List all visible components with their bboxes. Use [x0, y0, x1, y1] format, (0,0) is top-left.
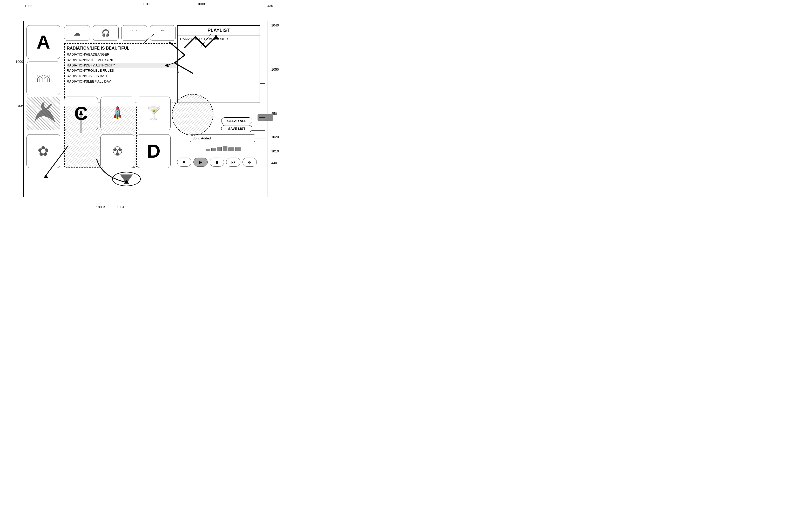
cell-headphones[interactable]: 🎧: [93, 25, 119, 41]
indicator-box: [257, 114, 273, 121]
nuclear-icon: ☢: [112, 144, 123, 158]
song-item-2[interactable]: RADIATION/HATE EVERYONE: [67, 57, 176, 63]
cell-a-label: A: [37, 32, 50, 53]
song-item-1[interactable]: RADIATION/HEADBANGER: [67, 52, 176, 57]
cell-a[interactable]: A: [26, 25, 60, 59]
prog-bar-1: [206, 149, 210, 151]
rewind-button[interactable]: ⏮: [226, 158, 240, 167]
circle-dashed: [172, 94, 213, 135]
pause-button[interactable]: ⏸: [210, 158, 224, 167]
cloud-icon: ☁: [74, 29, 81, 37]
ref-1008: 1008: [197, 2, 205, 6]
playlist-subtitle: RADIATION/DEFY AUTHORITY: [178, 36, 259, 42]
ref-1050: 1050: [271, 68, 279, 71]
save-list-button[interactable]: SAVE LIST: [221, 125, 252, 132]
cell-flower[interactable]: ✿: [26, 134, 60, 168]
prog-bar-6: [235, 148, 241, 151]
person-body-4: [47, 78, 50, 82]
headphones-icon: 🎧: [101, 29, 110, 37]
svg-marker-5: [43, 174, 49, 178]
play-icon: ▶: [199, 160, 202, 165]
martini-icon: 🍸: [146, 106, 161, 121]
cell-d-label: D: [147, 140, 160, 162]
ref-1010: 1010: [271, 149, 279, 153]
person-body-1: [37, 78, 39, 82]
fastforward-button[interactable]: ⏭: [243, 158, 257, 167]
people-group: [36, 74, 51, 83]
cell-top3[interactable]: ⌒: [121, 25, 147, 41]
person-head-3: [44, 75, 46, 78]
prog-bar-3: [217, 147, 222, 151]
playlist-title: PLAYLIST: [178, 26, 259, 36]
person-head-4: [47, 75, 50, 78]
prog-bar-2: [211, 148, 216, 151]
ref-1000a: 1000a: [96, 205, 105, 209]
arc-icon: ⌒: [131, 28, 138, 38]
ref-1004: 1004: [117, 205, 124, 209]
fastforward-icon: ⏭: [248, 160, 252, 165]
clear-all-button[interactable]: CLEAR ALL: [221, 117, 252, 125]
person-body-2: [41, 78, 43, 82]
transport-controls: ■ ▶ ⏸ ⏮ ⏭: [177, 156, 263, 168]
person-3: [44, 75, 46, 82]
play-button[interactable]: ▶: [193, 158, 208, 167]
ref-1012: 1012: [143, 2, 150, 6]
ref-1002: 1002: [25, 4, 32, 8]
deer-silhouette: [26, 97, 60, 130]
triangle-down-icon: [120, 174, 133, 184]
outer-container: 1002 1000b 1005 1001 1000a 1004 1012 100…: [16, 8, 296, 203]
playlist-panel: PLAYLIST RADIATION/DEFY AUTHORITY: [177, 25, 260, 103]
flower-icon: ✿: [38, 143, 49, 159]
stop-button[interactable]: ■: [177, 158, 191, 167]
rewind-icon: ⏮: [231, 160, 235, 165]
person-4: [47, 75, 50, 82]
ref-1005: 1005: [16, 104, 24, 108]
cell-d[interactable]: D: [137, 134, 171, 168]
cell-martini[interactable]: 🍸: [137, 97, 171, 130]
song-title: RADIATION/LIFE IS BEAUTIFUL: [67, 46, 176, 51]
song-item-3[interactable]: RADIATION/DEFY AUTHORITY: [67, 63, 176, 68]
person-2: [40, 75, 43, 82]
progress-bars: [206, 145, 257, 151]
oval-bottom[interactable]: [112, 172, 141, 186]
song-list-area: RADIATION/LIFE IS BEAUTIFUL RADIATION/HE…: [64, 43, 178, 103]
omega-icon: ⌒: [160, 29, 166, 37]
cell-dark[interactable]: [26, 97, 60, 130]
ref-1020: 1020: [271, 135, 279, 139]
song-added-text: Song Added: [192, 136, 211, 140]
cell-nuclear[interactable]: ☢: [100, 134, 134, 168]
cell-people[interactable]: [26, 61, 60, 95]
prog-bar-5: [229, 148, 234, 151]
song-item-4[interactable]: RADIATION/TROUBLE RULES: [67, 68, 176, 74]
song-added-bar: Song Added: [190, 134, 255, 142]
song-item-5[interactable]: RADIATION/LOVE IS BAD: [67, 74, 176, 79]
stop-icon: ■: [183, 160, 186, 165]
ref-430: 430: [267, 4, 273, 8]
prog-bar-4: [223, 146, 227, 151]
person-1: [37, 75, 40, 82]
person-head-2: [40, 75, 43, 78]
main-area: A ☁ 🎧 ⌒ ⌒ RADIATION/LIFE IS BEAUTIFUL RA…: [23, 21, 267, 197]
person-head-1: [37, 75, 40, 78]
cell-cloud[interactable]: ☁: [64, 25, 90, 41]
person-body-3: [44, 78, 46, 82]
cell-top4[interactable]: ⌒: [150, 25, 176, 41]
pause-icon: ⏸: [215, 160, 219, 165]
ref-440: 440: [271, 161, 277, 165]
ref-1040: 1040: [271, 23, 279, 27]
circle-fill: [172, 95, 213, 135]
song-item-6[interactable]: RADIATION/SLEEP ALL DAY: [67, 79, 176, 84]
